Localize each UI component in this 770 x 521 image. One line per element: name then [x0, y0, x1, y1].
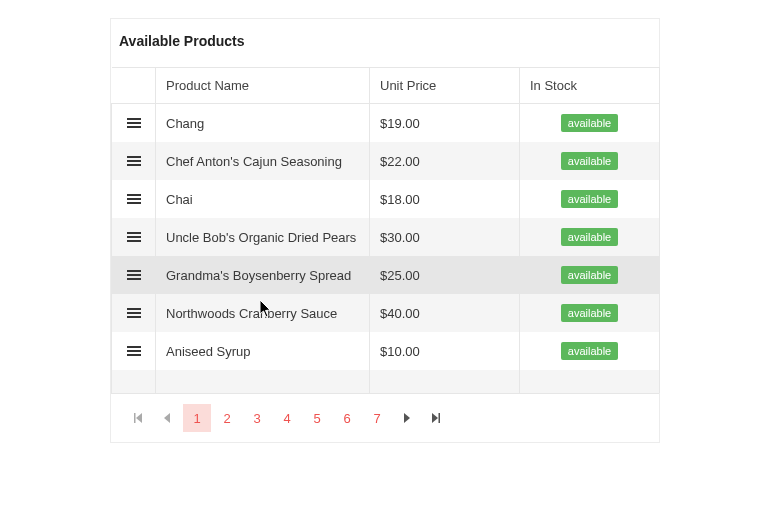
drag-handle-icon[interactable] — [127, 230, 141, 242]
column-header-price[interactable]: Unit Price — [370, 68, 520, 104]
drag-handle-icon[interactable] — [127, 116, 141, 128]
status-badge: available — [561, 152, 618, 170]
panel-title: Available Products — [111, 19, 659, 67]
svg-marker-2 — [164, 413, 170, 423]
table-row[interactable]: Aniseed Syrup $10.00 available — [112, 332, 660, 370]
drag-handle-icon[interactable] — [127, 154, 141, 166]
pager-page-7[interactable]: 7 — [363, 404, 391, 432]
status-badge: available — [561, 304, 618, 322]
cell-name: Uncle Bob's Organic Dried Pears — [156, 218, 370, 256]
cell-name: Chai — [156, 180, 370, 218]
table-row[interactable]: Chang $19.00 available — [112, 104, 660, 143]
table-row[interactable]: Grandma's Boysenberry Spread $25.00 avai… — [112, 256, 660, 294]
cell-price: $25.00 — [370, 256, 520, 294]
pager: 1 2 3 4 5 6 7 — [111, 393, 659, 442]
status-badge: available — [561, 190, 618, 208]
status-badge: available — [561, 266, 618, 284]
pager-page-5[interactable]: 5 — [303, 404, 331, 432]
available-products-panel: Available Products Product Name Unit Pri… — [110, 18, 660, 443]
svg-rect-5 — [439, 413, 441, 423]
table-row[interactable]: Chef Anton's Cajun Seasoning $22.00 avai… — [112, 142, 660, 180]
cell-price: $10.00 — [370, 332, 520, 370]
drag-handle-icon[interactable] — [127, 306, 141, 318]
cell-name: Northwoods Cranberry Sauce — [156, 294, 370, 332]
drag-handle-icon[interactable] — [127, 268, 141, 280]
pager-page-2[interactable]: 2 — [213, 404, 241, 432]
drag-handle-icon[interactable] — [127, 344, 141, 356]
cell-price: $18.00 — [370, 180, 520, 218]
status-badge: available — [561, 114, 618, 132]
table-row[interactable]: Northwoods Cranberry Sauce $40.00 availa… — [112, 294, 660, 332]
status-badge: available — [561, 228, 618, 246]
cell-name: Chef Anton's Cajun Seasoning — [156, 142, 370, 180]
column-header-drag — [112, 68, 156, 104]
pager-first-icon[interactable] — [123, 404, 151, 432]
cell-name: Aniseed Syrup — [156, 332, 370, 370]
column-header-stock[interactable]: In Stock — [520, 68, 660, 104]
table-row[interactable]: Uncle Bob's Organic Dried Pears $30.00 a… — [112, 218, 660, 256]
pager-page-4[interactable]: 4 — [273, 404, 301, 432]
drag-handle-icon[interactable] — [127, 192, 141, 204]
svg-rect-1 — [134, 413, 136, 423]
svg-marker-0 — [136, 413, 142, 423]
table-row[interactable]: Chai $18.00 available — [112, 180, 660, 218]
cell-price: $19.00 — [370, 104, 520, 143]
cell-price: $22.00 — [370, 142, 520, 180]
status-badge: available — [561, 342, 618, 360]
pager-page-6[interactable]: 6 — [333, 404, 361, 432]
svg-marker-3 — [404, 413, 410, 423]
cell-name — [156, 370, 370, 393]
pager-page-3[interactable]: 3 — [243, 404, 271, 432]
cell-price: $40.00 — [370, 294, 520, 332]
cell-price — [370, 370, 520, 393]
cell-price: $30.00 — [370, 218, 520, 256]
cell-name: Chang — [156, 104, 370, 143]
pager-page-1[interactable]: 1 — [183, 404, 211, 432]
cell-name: Grandma's Boysenberry Spread — [156, 256, 370, 294]
column-header-name[interactable]: Product Name — [156, 68, 370, 104]
pager-next-icon[interactable] — [393, 404, 421, 432]
pager-prev-icon[interactable] — [153, 404, 181, 432]
pager-last-icon[interactable] — [423, 404, 451, 432]
svg-marker-4 — [432, 413, 438, 423]
table-row[interactable] — [112, 370, 660, 393]
products-table: Product Name Unit Price In Stock Chang $… — [111, 67, 660, 393]
